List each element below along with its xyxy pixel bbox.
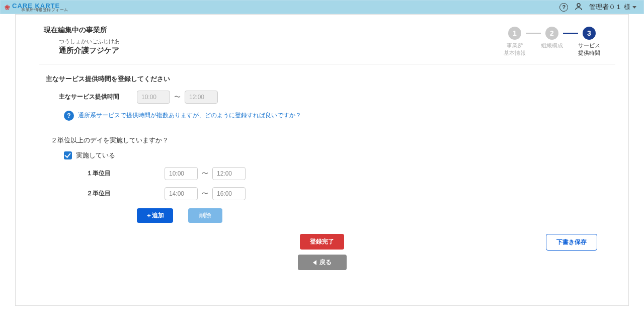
implementing-checkbox[interactable]: 実施している — [64, 151, 600, 160]
step-connector — [526, 33, 541, 34]
main-time-label: 主なサービス提供時間 — [59, 93, 137, 101]
main-time-from[interactable] — [137, 91, 170, 104]
progress-stepper: 1 事業所基本情報 2 組織構成 3 サービス提供時間 — [504, 26, 600, 57]
editing-heading: 現在編集中の事業所 — [44, 26, 120, 35]
add-button[interactable]: ＋追加 — [137, 208, 173, 223]
topbar: ❀ CARE KARTE 事業所情報登録フォーム ? 管理者０１ 様 — [0, 0, 644, 14]
chevron-down-icon — [632, 6, 636, 9]
step3-circle: 3 — [583, 27, 596, 40]
page-card: 現在編集中の事業所 つうしょかいごふじけあ 通所介護フジケア 1 事業所基本情報… — [15, 14, 629, 306]
delete-button[interactable]: 削除 — [188, 208, 222, 223]
user-name: 管理者０１ 様 — [589, 3, 630, 11]
checkbox-label: 実施している — [76, 151, 115, 160]
step2-label: 組織構成 — [541, 42, 563, 49]
multi-unit-question: ２単位以上のデイを実施していますか？ — [51, 136, 600, 145]
topbar-right: ? 管理者０１ 様 — [559, 2, 636, 13]
facility-name: 通所介護フジケア — [59, 46, 120, 55]
brand-block: ❀ CARE KARTE 事業所情報登録フォーム — [5, 3, 68, 12]
step2-circle: 2 — [545, 27, 558, 40]
tilde: 〜 — [202, 169, 208, 178]
brand-subtitle: 事業所情報登録フォーム — [21, 8, 68, 12]
main-time-to[interactable] — [185, 91, 218, 104]
back-button[interactable]: 戻る — [298, 255, 347, 270]
checkbox-icon — [64, 151, 72, 159]
step1-label: 事業所基本情報 — [504, 42, 526, 57]
help-link[interactable]: ? 通所系サービスで提供時間が複数ありますが、どのように登録すれば良いですか？ — [64, 111, 600, 121]
question-mark-icon: ? — [64, 111, 74, 121]
unit1-from[interactable] — [165, 167, 198, 180]
separator — [39, 64, 615, 64]
person-icon — [574, 2, 583, 13]
step1-circle: 1 — [508, 27, 521, 40]
help-icon[interactable]: ? — [559, 3, 568, 12]
section1-heading: 主なサービス提供時間を登録してください — [46, 74, 600, 84]
brand-logo-icon: ❀ — [5, 4, 10, 11]
back-label: 戻る — [319, 259, 332, 266]
draft-save-button[interactable]: 下書き保存 — [546, 234, 597, 251]
tilde: 〜 — [202, 189, 208, 198]
triangle-left-icon — [313, 260, 316, 265]
svg-point-0 — [577, 4, 580, 7]
unit2-label: ２単位目 — [87, 189, 165, 198]
user-menu[interactable]: 管理者０１ 様 — [589, 3, 636, 12]
unit2-to[interactable] — [212, 187, 246, 200]
unit2-from[interactable] — [165, 187, 198, 200]
register-button[interactable]: 登録完了 — [300, 234, 344, 250]
unit1-label: １単位目 — [87, 169, 165, 178]
step3-label: サービス提供時間 — [578, 42, 600, 57]
step-connector — [563, 33, 578, 34]
unit1-to[interactable] — [212, 167, 246, 180]
facility-ruby: つうしょかいごふじけあ — [59, 38, 120, 45]
tilde: 〜 — [174, 93, 181, 102]
help-text: 通所系サービスで提供時間が複数ありますが、どのように登録すれば良いですか？ — [78, 111, 301, 120]
